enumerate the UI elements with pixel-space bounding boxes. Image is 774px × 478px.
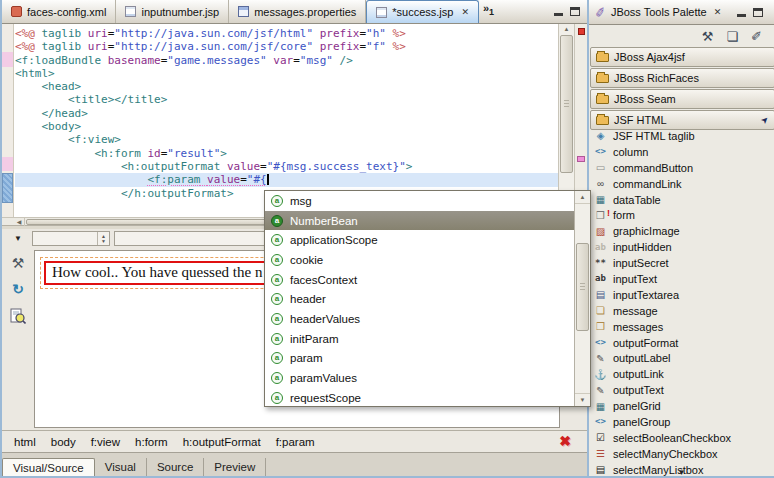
- palette-group-jsf-html[interactable]: JSF HTML➤: [590, 110, 774, 130]
- breadcrumb-item[interactable]: f:param: [276, 436, 315, 448]
- breadcrumb-item[interactable]: body: [51, 436, 76, 448]
- proposal-list[interactable]: amsgaNumberBeanaapplicationScopeacookiea…: [265, 191, 574, 406]
- editor-tab[interactable]: inputnumber.jsp: [116, 0, 229, 23]
- code-line[interactable]: <%@ taglib uri="http://java.sun.com/jsf/…: [15, 27, 558, 40]
- scroll-down-arrow-icon[interactable]: ▼: [575, 393, 590, 406]
- palette-item-inputsecret[interactable]: **inputSecret: [589, 255, 774, 271]
- palette-item-inputtextarea[interactable]: ▤inputTextarea: [589, 287, 774, 303]
- palette-item-outputlink[interactable]: ⚓outputLink: [589, 366, 774, 382]
- palette-item-messages[interactable]: ❐messages: [589, 319, 774, 335]
- palette-item-panelgrid[interactable]: ▦panelGrid: [589, 398, 774, 414]
- refresh-icon[interactable]: ↻: [9, 280, 27, 298]
- breadcrumb-item[interactable]: h:outputFormat: [183, 436, 261, 448]
- proposal-item[interactable]: aparam: [265, 349, 574, 369]
- content-assist-popup: amsgaNumberBeanaapplicationScopeacookiea…: [264, 190, 591, 407]
- pin-icon[interactable]: ➤: [759, 114, 771, 126]
- palette-options-icon[interactable]: ⚒: [702, 29, 714, 44]
- show-hide-tabs-icon[interactable]: ✐: [751, 29, 762, 44]
- code-line[interactable]: <html>: [15, 67, 558, 80]
- remove-error-icon[interactable]: ✖: [559, 433, 571, 449]
- scrollbar-thumb[interactable]: [576, 243, 589, 331]
- editor-tab[interactable]: *success.jsp✕: [366, 0, 479, 23]
- proposal-item[interactable]: aapplicationScope: [265, 230, 574, 250]
- proposal-item[interactable]: aheaderValues: [265, 309, 574, 329]
- close-icon[interactable]: ✕: [714, 7, 722, 17]
- palette-group-jboss-richfaces[interactable]: JBoss RichFaces: [590, 68, 774, 88]
- palette-scroll-down-icon[interactable]: ▼: [678, 468, 686, 477]
- palette-item-selectmanycheckbox[interactable]: ☰selectManyCheckbox: [589, 446, 774, 462]
- editor-vertical-scrollbar[interactable]: ▲: [558, 24, 574, 217]
- palette-item-form[interactable]: ❒!form: [589, 207, 774, 223]
- proposal-item[interactable]: aparamValues: [265, 368, 574, 388]
- palette-group-jboss-seam[interactable]: JBoss Seam: [590, 89, 774, 109]
- palette-item-inputhidden[interactable]: abinputHidden: [589, 239, 774, 255]
- palette-item-commandbutton[interactable]: ▭commandButton: [589, 160, 774, 176]
- code-line[interactable]: <title></title>: [15, 93, 558, 106]
- popup-scrollbar[interactable]: ▲ ▼: [574, 191, 590, 406]
- scroll-up-arrow-icon[interactable]: ▲: [575, 191, 590, 204]
- code-area[interactable]: <%@ taglib uri="http://java.sun.com/jsf/…: [15, 24, 558, 217]
- proposal-item[interactable]: afacesContext: [265, 270, 574, 290]
- palette-header[interactable]: ✐ JBoss Tools Palette ✕: [589, 0, 774, 25]
- code-line[interactable]: <f:param value="#{: [15, 173, 558, 186]
- tab-overflow-chevron[interactable]: »1: [479, 0, 498, 23]
- breadcrumb-item[interactable]: html: [14, 436, 36, 448]
- maximize-icon[interactable]: [570, 7, 580, 16]
- scrollbar-thumb[interactable]: [560, 35, 573, 173]
- spinner-icon[interactable]: ▲▼: [97, 232, 109, 245]
- code-line[interactable]: <head>: [15, 80, 558, 93]
- palette-item-selectbooleancheckbox[interactable]: ☑selectBooleanCheckbox: [589, 430, 774, 446]
- proposal-item[interactable]: ainitParam: [265, 329, 574, 349]
- code-line[interactable]: <h:outputFormat value="#{msg.success_tex…: [15, 160, 558, 173]
- code-token: <h:form: [94, 147, 147, 160]
- proposal-item[interactable]: aNumberBean: [265, 211, 574, 231]
- proposal-item[interactable]: aheader: [265, 289, 574, 309]
- palette-item-inputtext[interactable]: abinputText: [589, 271, 774, 287]
- code-line[interactable]: <f:loadBundle basename="game.messages" v…: [15, 54, 558, 67]
- editor-tab[interactable]: faces-config.xml: [2, 0, 116, 23]
- preview-zoom-icon[interactable]: [9, 308, 27, 326]
- tab-visual[interactable]: Visual: [95, 458, 147, 478]
- tab-visual-source[interactable]: Visual/Source: [2, 458, 95, 478]
- palette-item-jsf html taglib[interactable]: ◈JSF HTML taglib: [589, 128, 774, 144]
- close-icon[interactable]: ✕: [461, 7, 469, 17]
- proposal-item[interactable]: arequestScope: [265, 388, 574, 406]
- preferences-icon[interactable]: ⚒: [9, 254, 27, 272]
- code-line[interactable]: <%@ taglib uri="http://java.sun.com/jsf/…: [15, 40, 558, 53]
- palette-item-message[interactable]: ❏message: [589, 303, 774, 319]
- palette-item-panelgroup[interactable]: <>panelGroup: [589, 414, 774, 430]
- input-hidden-icon: ab: [593, 241, 608, 254]
- editor-tab[interactable]: messages.properties: [229, 0, 366, 23]
- palette-editor-icon[interactable]: ❏: [726, 29, 738, 44]
- palette-item-outputlabel[interactable]: ✎outputLabel: [589, 350, 774, 366]
- proposal-item[interactable]: amsg: [265, 191, 574, 211]
- minimize-icon[interactable]: [554, 7, 563, 16]
- palette-item-outputtext[interactable]: ✎outputText: [589, 382, 774, 398]
- tab-preview[interactable]: Preview: [204, 458, 266, 478]
- maximize-icon[interactable]: [753, 8, 763, 17]
- code-line[interactable]: </head>: [15, 107, 558, 120]
- palette-item-commandlink[interactable]: ∞commandLink: [589, 176, 774, 192]
- code-line[interactable]: <body>: [15, 120, 558, 133]
- palette-item-outputformat[interactable]: <>outputFormat: [589, 335, 774, 351]
- overview-ruler[interactable]: [574, 24, 587, 217]
- palette-group-jboss-ajax4jsf[interactable]: JBoss Ajax4jsf: [590, 47, 774, 67]
- style-combo[interactable]: ▲▼: [32, 231, 110, 246]
- palette-item-datatable[interactable]: ▦dataTable: [589, 192, 774, 208]
- error-marker[interactable]: [578, 28, 585, 35]
- breadcrumb-item[interactable]: h:form: [135, 436, 168, 448]
- tab-source[interactable]: Source: [147, 458, 204, 478]
- code-line[interactable]: <h:form id="result">: [15, 147, 558, 160]
- scroll-left-arrow-icon[interactable]: ◀: [14, 218, 25, 226]
- minimize-icon[interactable]: [737, 8, 746, 17]
- palette-item-column[interactable]: <>column: [589, 144, 774, 160]
- source-editor[interactable]: <%@ taglib uri="http://java.sun.com/jsf/…: [2, 24, 587, 217]
- breadcrumb-item[interactable]: f:view: [91, 436, 120, 448]
- palette-item-graphicimage[interactable]: ▨graphicImage: [589, 223, 774, 239]
- dropdown-arrow-icon[interactable]: ▼: [14, 234, 22, 243]
- palette-group-label: JBoss RichFaces: [614, 72, 699, 84]
- warning-marker[interactable]: [577, 156, 585, 162]
- scroll-up-arrow-icon[interactable]: ▲: [559, 24, 574, 34]
- code-line[interactable]: <f:view>: [15, 133, 558, 146]
- proposal-item[interactable]: acookie: [265, 250, 574, 270]
